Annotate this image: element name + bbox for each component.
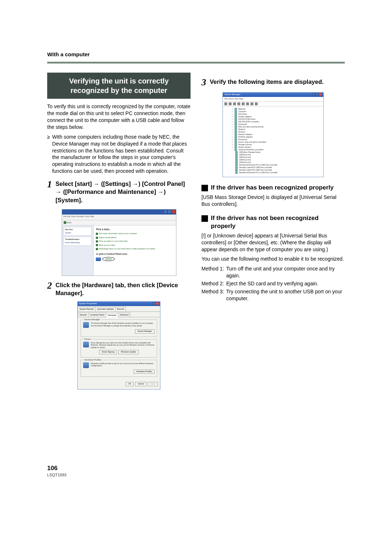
device-category-icon — [234, 108, 237, 110]
task-icon — [96, 248, 98, 250]
usb-device-icon — [235, 156, 238, 159]
cancel-button: Cancel — [135, 382, 146, 386]
device-category-icon — [234, 118, 237, 121]
method-2: Method 2: Eject the SD card and try veri… — [201, 280, 345, 287]
tree-node: +Storage volumes — [231, 143, 321, 146]
step-2: 2 Click the [Hardware] tab, then click [… — [47, 281, 191, 297]
bullet-note: ≥ With some computers including those ma… — [47, 134, 191, 175]
cp-side-title-1: See Also — [65, 228, 90, 231]
device-category-icon — [234, 133, 237, 136]
tree-node: +Batteries — [231, 108, 321, 110]
group-legend: Drivers — [83, 338, 92, 341]
step-3-text: Verify the following items are displayed… — [210, 78, 324, 86]
tree-node: +System devices — [231, 146, 321, 148]
sysprop-title: System Properties — [79, 302, 97, 306]
cp-sidebar: See Also System Troubleshooters Home Net… — [62, 225, 94, 276]
usb-device-icon — [235, 171, 238, 174]
cp-side-item: System — [65, 232, 90, 234]
subheading-text: If the driver has been recognized proper… — [211, 184, 334, 192]
step-2-text: Click the [Hardware] tab, then click [De… — [56, 281, 191, 297]
toolbar-icon — [246, 102, 249, 105]
tree-node: +PCMCIA adapters — [231, 136, 321, 138]
tab: Advanced — [118, 313, 130, 317]
left-column: Verifying the unit is correctly recogniz… — [47, 73, 191, 391]
toolbar-icon — [224, 102, 227, 105]
task-item: Back up your data — [99, 244, 115, 247]
device-category-icon — [234, 148, 237, 151]
device-category-icon — [234, 123, 237, 126]
section-divider — [47, 62, 345, 64]
usb-device-icon — [235, 151, 238, 154]
cp-titlebar — [62, 209, 176, 215]
apply-button: Apply — [148, 382, 158, 386]
tab: Computer Name — [88, 313, 106, 317]
usb-device-icon — [235, 159, 238, 161]
group-legend: Device Manager — [83, 318, 101, 321]
sysprop-tabs-row1: System Restore Automatic Updates Remote — [78, 306, 160, 311]
back-label: Back — [67, 221, 72, 224]
usb-device-icon — [235, 169, 238, 171]
device-category-icon — [234, 143, 237, 146]
doc-code: LSQT1093 — [47, 472, 345, 478]
hw-profiles-button: Hardware Profiles — [134, 370, 155, 374]
ok-button: OK — [126, 382, 134, 386]
device-category-icon — [234, 141, 237, 143]
tree-leaf: Standard Enhanced PCI to USB Host Contro… — [235, 164, 321, 166]
section-label: With a computer — [47, 51, 345, 58]
step-1-number: 1 — [47, 180, 52, 189]
bullet-text: With some computers including those made… — [52, 134, 191, 175]
task-item: Adjust visual effects — [99, 236, 117, 239]
driver-signing-button: Driver Signing — [99, 350, 117, 354]
not-recognized-p2: You can use the following method to enab… — [201, 256, 345, 262]
tree-node: +DVD/CD-ROM drives — [231, 118, 321, 121]
subheading-text: If the driver has not been recognized pr… — [211, 214, 345, 230]
group-legend: Hardware Profiles — [83, 358, 103, 361]
cp-navbar: Back — [62, 220, 176, 225]
square-marker-icon — [201, 215, 208, 222]
cp-side-item: Home Networking — [65, 241, 90, 244]
device-category-icon — [234, 113, 237, 115]
cp-menubar: File Edit View Favorites Tools Help — [62, 215, 176, 220]
control-panel-screenshot: File Edit View Favorites Tools Help Back… — [62, 209, 176, 276]
tab: System Restore — [78, 307, 95, 311]
device-manager-button: Device Manager — [135, 329, 155, 333]
method-text: Eject the SD card and try verifying agai… — [226, 280, 318, 287]
method-text: Turn off the unit and your computer once… — [226, 265, 345, 279]
device-tree: +Batteries+Computer+Disk drives+Display … — [223, 106, 323, 177]
not-recognized-p1: [!] or [Unknown device] appears at [Univ… — [201, 232, 345, 253]
toolbar-icon — [229, 102, 232, 105]
task-item: See basic information about your compute… — [99, 232, 137, 235]
step-2-number: 2 — [47, 281, 52, 290]
tree-leaf: Standard OpenHCD USB Host Controller — [235, 169, 321, 171]
system-properties-screenshot: System Properties System Restore Automat… — [77, 301, 160, 389]
bullet-dot: ≥ — [47, 134, 50, 175]
tab: General — [78, 313, 89, 317]
device-manager-icon — [83, 322, 89, 328]
device-category-icon — [234, 126, 237, 128]
devmgr-title: Device Manager — [224, 93, 240, 97]
task-icon — [96, 244, 98, 246]
method-text: Try connecting the unit to another USB p… — [226, 288, 345, 302]
method-label: Method 2: — [201, 280, 224, 287]
tree-node: +Computer — [231, 110, 321, 113]
banner-title: Verifying the unit is correctly recogniz… — [47, 73, 191, 99]
or-pick-heading: or pick a Control Panel icon — [96, 253, 173, 256]
toolbar-icon — [237, 102, 240, 105]
tree-node: +Keyboards — [231, 123, 321, 126]
sysprop-titlebar: System Properties — [78, 302, 160, 306]
step-1: 1 Select [start] → ([Settings] →) [Contr… — [47, 180, 191, 204]
tree-node: +Processors — [231, 138, 321, 141]
device-category-icon — [234, 121, 237, 123]
back-icon — [64, 221, 66, 224]
tree-leaf: Standard Enhanced PCI to USB Host Contro… — [235, 171, 321, 174]
tab: Automatic Updates — [95, 307, 115, 311]
method-label: Method 1: — [201, 265, 224, 279]
group-drivers: Drivers Driver Signing lets you make sur… — [81, 339, 157, 358]
tree-node: +Modems — [231, 128, 321, 131]
toolbar-icon — [250, 102, 253, 105]
cp-main: Pick a task... See basic information abo… — [94, 225, 176, 276]
task-item: Free up space on your hard disk — [99, 240, 127, 243]
sysprop-tabs-row2: General Computer Name Hardware Advanced — [78, 312, 160, 317]
right-column: 3 Verify the following items are display… — [201, 73, 345, 391]
usb-device-icon — [235, 161, 238, 164]
